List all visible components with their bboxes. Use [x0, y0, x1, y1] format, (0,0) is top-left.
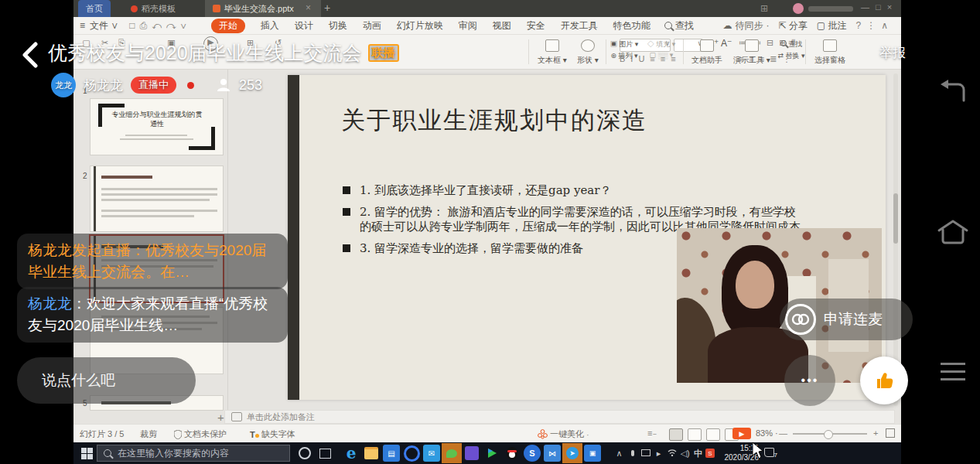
menu-tab-security[interactable]: 安全	[527, 19, 545, 32]
reading-view-icon[interactable]	[706, 428, 720, 441]
sorter-view-icon[interactable]	[688, 428, 702, 441]
missing-fonts-status[interactable]: T缺失字体	[250, 428, 295, 440]
taskbar-sogou-icon[interactable]: S	[522, 443, 542, 463]
windows-taskbar: 在这里输入你要搜索的内容 e ▤ ✉ S ⋈ ➤ ▣ ∧ ▸ ◁)	[73, 442, 901, 464]
menu-tab-animation[interactable]: 动画	[363, 19, 381, 32]
tab-docer[interactable]: 稻壳模板	[123, 0, 183, 17]
fill-tool[interactable]: ◇ 填充 ▾▢ ░░ ▾	[646, 39, 677, 59]
tray-clock[interactable]: 15:112020/3/26	[719, 444, 759, 462]
tray-camera-icon[interactable]: ▸	[653, 449, 664, 459]
tray-expand-icon[interactable]: ∧	[613, 449, 625, 459]
slideshow-play-button[interactable]: ▶	[732, 428, 751, 439]
menu-tab-transition[interactable]: 切换	[329, 19, 347, 32]
notification-center-icon[interactable]: 7	[760, 448, 777, 459]
menu-tab-start[interactable]: 开始	[211, 19, 245, 33]
file-menu[interactable]: 文件 ∨	[90, 19, 118, 32]
window-controls[interactable]: —□×	[861, 2, 898, 12]
normal-view-icon[interactable]	[669, 428, 683, 441]
tray-volume-icon[interactable]: ◁)	[679, 449, 691, 459]
back-button[interactable]	[20, 42, 40, 68]
sync-button[interactable]: ☁ 待同步 ·	[722, 19, 769, 32]
tray-mic-icon[interactable]	[627, 449, 638, 458]
tray-sogou-icon[interactable]: S	[705, 449, 717, 458]
notes-toggle-icon[interactable]: ≡₋	[647, 428, 657, 438]
taskbar-mail-icon[interactable]: ✉	[422, 443, 442, 463]
scrollbar-thumb[interactable]	[893, 193, 898, 244]
comment-input[interactable]: 说点什么吧	[17, 357, 196, 404]
menu-tab-devtools[interactable]: 开发工具	[561, 19, 598, 32]
taskbar-file-explorer-icon[interactable]	[361, 443, 381, 463]
present-tools[interactable]: 演示工具 ▾	[731, 39, 773, 66]
fullscreen-button[interactable]	[886, 428, 895, 438]
zoom-slider-knob[interactable]	[824, 430, 833, 439]
menu-tab-slideshow[interactable]: 幻灯片放映	[397, 19, 443, 32]
protection-status[interactable]: 文档未保护	[174, 428, 227, 440]
android-home-button[interactable]	[936, 218, 970, 246]
zoom-in-button[interactable]: +	[873, 428, 878, 438]
apps-grid-icon[interactable]: ⊞	[760, 3, 768, 14]
wps-menu-bar: ≡ 文件 ∨ □⎙↶↷∨ 开始 插入 设计 切换 动画 幻灯片放映 审阅 视图 …	[73, 17, 901, 35]
notes-placeholder: 单击此处添加备注	[247, 411, 315, 423]
find-replace-tools[interactable]: 查找⇄ 替换 ▾	[776, 39, 807, 61]
quick-access-icons[interactable]: □⎙↶↷∨	[129, 20, 190, 31]
taskbar-wps-meeting-icon[interactable]: ⋈	[542, 443, 562, 463]
taskbar-screenshare-icon[interactable]: ➤	[562, 443, 582, 463]
theme-name[interactable]: 裁剪	[140, 428, 157, 440]
menu-tab-view[interactable]: 视图	[493, 19, 511, 32]
tab-presentation-file[interactable]: 毕业生交流会.pptx	[205, 0, 321, 17]
like-button[interactable]	[860, 357, 908, 404]
slide-scrollbar[interactable]	[893, 73, 898, 406]
thumbnail-1-title: 专业细分与职业生涯规划的贯通性	[109, 110, 205, 128]
tab-close-icon[interactable]: ×	[306, 2, 311, 13]
taskbar-tencent-video-icon[interactable]	[482, 443, 502, 463]
zoom-out-button[interactable]: —	[779, 428, 787, 438]
live-dot-icon	[187, 82, 194, 89]
taskbar-edge-icon[interactable]: e	[341, 443, 361, 463]
menu-tab-design[interactable]: 设计	[295, 19, 313, 32]
textbox-tool[interactable]: 文本框 ▾	[534, 39, 570, 66]
start-button[interactable]	[77, 443, 97, 463]
task-view-button[interactable]	[315, 443, 335, 463]
fullscreen-icon	[886, 428, 895, 438]
tray-display-icon[interactable]	[640, 449, 651, 458]
new-tab-button[interactable]: +	[324, 2, 330, 14]
more-options-button[interactable]: •••	[784, 355, 835, 406]
zoom-slider[interactable]	[793, 433, 867, 435]
slide-thumbnail-1[interactable]: 专业细分与职业生涯规划的贯通性	[90, 99, 223, 155]
ppt-file-icon	[213, 5, 220, 12]
help-more-collapse-icons[interactable]: ?⋮∧	[856, 20, 893, 31]
slide-thumbnail-2[interactable]	[90, 166, 223, 231]
beautify-button[interactable]: 一键美化·	[538, 428, 589, 440]
menu-search[interactable]: 查找	[664, 19, 694, 32]
splitter-plus-icon[interactable]: +	[217, 411, 224, 424]
android-menu-button[interactable]	[939, 360, 967, 384]
share-button[interactable]: ⇱ 分享	[778, 19, 807, 32]
taskbar-wechat-icon[interactable]	[442, 443, 462, 463]
taskbar-search-input[interactable]: 在这里输入你要搜索的内容	[97, 445, 290, 462]
request-mic-button[interactable]: 申请连麦	[780, 299, 913, 340]
taskbar-game-icon[interactable]	[462, 443, 482, 463]
menu-tab-insert[interactable]: 插入	[261, 19, 279, 32]
picture-arrange-tools[interactable]: ▣ 图片 ▾⊛ 排列 ▾	[607, 39, 641, 61]
notes-bar[interactable]: 单击此处添加备注	[224, 410, 895, 424]
chat-username[interactable]: 杨龙龙	[28, 295, 72, 312]
taskbar-store-icon[interactable]: ▤	[381, 443, 401, 463]
hamburger-icon[interactable]: ≡	[80, 20, 85, 31]
streamer-avatar[interactable]: 龙龙	[51, 73, 76, 97]
report-button[interactable]: 举报	[879, 44, 906, 62]
account-avatar[interactable]	[793, 3, 804, 14]
android-back-button[interactable]	[937, 77, 968, 104]
taskbar-qq-icon[interactable]	[502, 443, 522, 463]
shape-tool[interactable]: 形状 ▾	[572, 39, 603, 66]
taskbar-camera-app-icon[interactable]: ▣	[582, 443, 603, 463]
selection-pane-tool[interactable]: 选择窗格	[810, 39, 850, 66]
comment-button[interactable]: ▢ 批注	[817, 19, 847, 32]
tab-home[interactable]: 首页	[78, 0, 111, 17]
menu-tab-review[interactable]: 审阅	[459, 19, 477, 32]
menu-tab-features[interactable]: 特色功能	[613, 19, 650, 32]
doc-assistant-tool[interactable]: 文档助手	[687, 39, 727, 66]
taskbar-browser-icon[interactable]	[401, 443, 422, 463]
tray-ime-indicator[interactable]: 中	[692, 448, 704, 459]
tray-wifi-icon[interactable]	[666, 449, 678, 458]
cortana-button[interactable]	[295, 443, 315, 463]
